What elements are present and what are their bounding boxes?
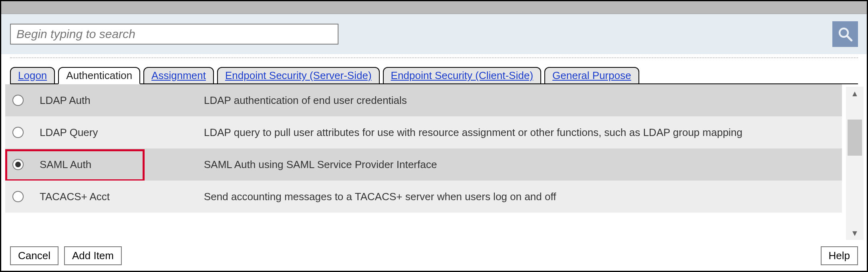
scroll-down-arrow[interactable]: ▼: [846, 226, 864, 240]
tab-logon[interactable]: Logon: [10, 67, 55, 84]
svg-line-1: [847, 36, 852, 41]
scroll-up-arrow[interactable]: ▲: [846, 87, 864, 100]
help-button[interactable]: Help: [821, 246, 858, 265]
row-desc: LDAP authentication of end user credenti…: [204, 94, 842, 107]
magnifier-icon: [837, 26, 854, 43]
tab-authentication-label: Authentication: [66, 69, 132, 81]
row-name: LDAP Auth: [40, 94, 204, 107]
tab-endpoint-client-label: Endpoint Security (Client-Side): [391, 69, 534, 81]
footer-bar: Cancel Add Item Help: [1, 242, 867, 271]
tab-general-purpose[interactable]: General Purpose: [544, 67, 639, 84]
search-button[interactable]: [832, 21, 858, 47]
row-name: TACACS+ Acct: [40, 191, 204, 203]
list-row-ldap-query[interactable]: LDAP Query LDAP query to pull user attri…: [5, 116, 842, 148]
row-desc: Send accounting messages to a TACACS+ se…: [204, 191, 842, 203]
content-area: LDAP Auth LDAP authentication of end use…: [1, 84, 867, 242]
titlebar: [1, 1, 867, 14]
scroll-thumb[interactable]: [848, 120, 862, 156]
tab-authentication[interactable]: Authentication: [58, 67, 140, 84]
dialog-window: Logon Authentication Assignment Endpoint…: [0, 0, 868, 272]
tab-strip: Logon Authentication Assignment Endpoint…: [1, 58, 867, 83]
row-name: SAML Auth: [40, 158, 204, 171]
row-desc: SAML Auth using SAML Service Provider In…: [204, 158, 842, 171]
tab-endpoint-server[interactable]: Endpoint Security (Server-Side): [217, 67, 380, 84]
tab-endpoint-client[interactable]: Endpoint Security (Client-Side): [383, 67, 542, 84]
tab-assignment[interactable]: Assignment: [143, 67, 214, 84]
radio-tacacs-acct[interactable]: [12, 191, 24, 202]
tab-logon-label: Logon: [18, 69, 47, 81]
list-row-ldap-auth[interactable]: LDAP Auth LDAP authentication of end use…: [5, 84, 842, 116]
list-row-tacacs-acct[interactable]: TACACS+ Acct Send accounting messages to…: [5, 181, 842, 213]
radio-ldap-query[interactable]: [12, 127, 24, 138]
cancel-button[interactable]: Cancel: [10, 246, 58, 265]
list-row-saml-auth[interactable]: SAML Auth SAML Auth using SAML Service P…: [5, 148, 842, 181]
scroll-track[interactable]: [846, 100, 864, 226]
row-name: LDAP Query: [40, 126, 204, 139]
tab-endpoint-server-label: Endpoint Security (Server-Side): [225, 69, 372, 81]
search-input[interactable]: [10, 24, 338, 45]
scrollbar[interactable]: ▲ ▼: [846, 87, 864, 240]
add-item-button[interactable]: Add Item: [64, 246, 122, 265]
radio-ldap-auth[interactable]: [12, 95, 24, 106]
auth-list: LDAP Auth LDAP authentication of end use…: [5, 84, 842, 242]
tab-assignment-label: Assignment: [151, 69, 206, 81]
search-bar: [1, 14, 867, 54]
row-desc: LDAP query to pull user attributes for u…: [204, 126, 842, 139]
radio-saml-auth[interactable]: [12, 159, 24, 170]
tab-general-purpose-label: General Purpose: [552, 69, 631, 81]
